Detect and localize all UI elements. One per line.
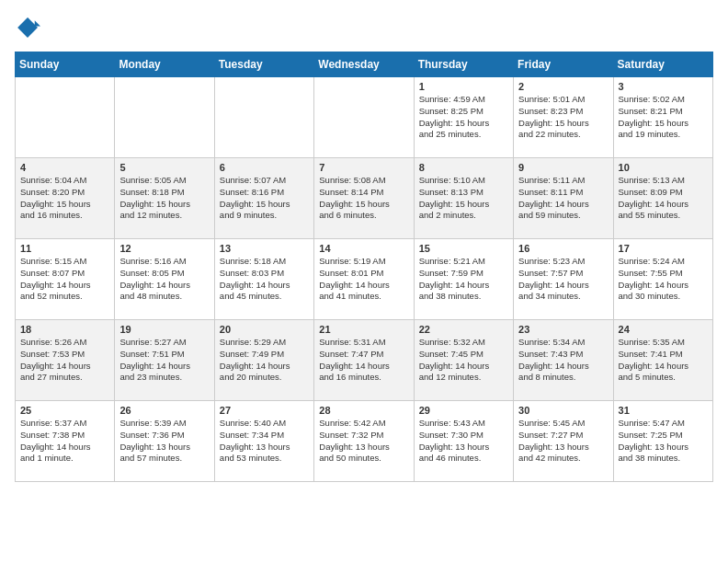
day-info: Sunrise: 5:08 AM Sunset: 8:14 PM Dayligh…: [319, 175, 408, 222]
calendar-cell: 9Sunrise: 5:11 AM Sunset: 8:11 PM Daylig…: [514, 158, 613, 239]
day-number: 31: [619, 405, 708, 416]
day-number: 3: [619, 81, 708, 92]
calendar-cell: 1Sunrise: 4:59 AM Sunset: 8:25 PM Daylig…: [414, 77, 513, 158]
day-info: Sunrise: 5:07 AM Sunset: 8:16 PM Dayligh…: [220, 175, 309, 222]
day-info: Sunrise: 5:05 AM Sunset: 8:18 PM Dayligh…: [119, 175, 209, 222]
column-header-wednesday: Wednesday: [314, 52, 414, 77]
day-info: Sunrise: 5:02 AM Sunset: 8:21 PM Dayligh…: [619, 94, 708, 141]
day-info: Sunrise: 5:13 AM Sunset: 8:09 PM Dayligh…: [619, 175, 708, 222]
calendar-cell: [314, 77, 414, 158]
day-number: 21: [319, 324, 408, 335]
day-info: Sunrise: 5:29 AM Sunset: 7:49 PM Dayligh…: [220, 337, 309, 384]
calendar-cell: 6Sunrise: 5:07 AM Sunset: 8:16 PM Daylig…: [214, 158, 313, 239]
week-row-1: 1Sunrise: 4:59 AM Sunset: 8:25 PM Daylig…: [16, 77, 713, 158]
day-number: 25: [20, 405, 109, 416]
day-number: 9: [518, 162, 608, 173]
day-info: Sunrise: 5:27 AM Sunset: 7:51 PM Dayligh…: [119, 337, 209, 384]
page-container: SundayMondayTuesdayWednesdayThursdayFrid…: [15, 15, 713, 482]
calendar-cell: 17Sunrise: 5:24 AM Sunset: 7:55 PM Dayli…: [613, 239, 712, 320]
day-info: Sunrise: 5:19 AM Sunset: 8:01 PM Dayligh…: [319, 256, 408, 303]
day-info: Sunrise: 5:35 AM Sunset: 7:41 PM Dayligh…: [619, 337, 708, 384]
day-info: Sunrise: 5:26 AM Sunset: 7:53 PM Dayligh…: [20, 337, 109, 384]
calendar-cell: 21Sunrise: 5:31 AM Sunset: 7:47 PM Dayli…: [314, 320, 414, 401]
calendar-cell: 3Sunrise: 5:02 AM Sunset: 8:21 PM Daylig…: [613, 77, 712, 158]
day-info: Sunrise: 5:31 AM Sunset: 7:47 PM Dayligh…: [319, 337, 408, 384]
calendar-cell: 30Sunrise: 5:45 AM Sunset: 7:27 PM Dayli…: [514, 401, 613, 482]
day-number: 29: [419, 405, 508, 416]
calendar-cell: 4Sunrise: 5:04 AM Sunset: 8:20 PM Daylig…: [16, 158, 115, 239]
column-header-tuesday: Tuesday: [214, 52, 313, 77]
day-info: Sunrise: 5:11 AM Sunset: 8:11 PM Dayligh…: [518, 175, 608, 222]
day-number: 6: [220, 162, 309, 173]
day-info: Sunrise: 5:10 AM Sunset: 8:13 PM Dayligh…: [419, 175, 508, 222]
day-number: 28: [319, 405, 408, 416]
page-header: [15, 15, 713, 40]
week-row-2: 4Sunrise: 5:04 AM Sunset: 8:20 PM Daylig…: [16, 158, 713, 239]
day-number: 30: [518, 405, 608, 416]
calendar-cell: 31Sunrise: 5:47 AM Sunset: 7:25 PM Dayli…: [613, 401, 712, 482]
day-number: 17: [619, 243, 708, 254]
day-info: Sunrise: 5:45 AM Sunset: 7:27 PM Dayligh…: [518, 418, 608, 465]
column-header-saturday: Saturday: [613, 52, 712, 77]
day-info: Sunrise: 5:47 AM Sunset: 7:25 PM Dayligh…: [619, 418, 708, 465]
calendar-cell: [214, 77, 313, 158]
week-row-5: 25Sunrise: 5:37 AM Sunset: 7:38 PM Dayli…: [16, 401, 713, 482]
calendar-cell: 5Sunrise: 5:05 AM Sunset: 8:18 PM Daylig…: [115, 158, 214, 239]
calendar-cell: 27Sunrise: 5:40 AM Sunset: 7:34 PM Dayli…: [214, 401, 313, 482]
calendar-cell: 12Sunrise: 5:16 AM Sunset: 8:05 PM Dayli…: [115, 239, 214, 320]
day-info: Sunrise: 5:01 AM Sunset: 8:23 PM Dayligh…: [518, 94, 608, 141]
day-number: 10: [619, 162, 708, 173]
calendar-cell: 28Sunrise: 5:42 AM Sunset: 7:32 PM Dayli…: [314, 401, 414, 482]
day-number: 20: [220, 324, 309, 335]
calendar-cell: 20Sunrise: 5:29 AM Sunset: 7:49 PM Dayli…: [214, 320, 313, 401]
calendar-cell: 16Sunrise: 5:23 AM Sunset: 7:57 PM Dayli…: [514, 239, 613, 320]
day-info: Sunrise: 5:37 AM Sunset: 7:38 PM Dayligh…: [20, 418, 109, 465]
column-header-monday: Monday: [115, 52, 214, 77]
svg-marker-2: [35, 20, 40, 26]
calendar-cell: 18Sunrise: 5:26 AM Sunset: 7:53 PM Dayli…: [16, 320, 115, 401]
calendar-cell: 14Sunrise: 5:19 AM Sunset: 8:01 PM Dayli…: [314, 239, 414, 320]
day-number: 2: [518, 81, 608, 92]
day-number: 19: [119, 324, 209, 335]
day-info: Sunrise: 5:23 AM Sunset: 7:57 PM Dayligh…: [518, 256, 608, 303]
day-info: Sunrise: 5:21 AM Sunset: 7:59 PM Dayligh…: [419, 256, 508, 303]
calendar-cell: 7Sunrise: 5:08 AM Sunset: 8:14 PM Daylig…: [314, 158, 414, 239]
day-info: Sunrise: 5:34 AM Sunset: 7:43 PM Dayligh…: [518, 337, 608, 384]
calendar-cell: 10Sunrise: 5:13 AM Sunset: 8:09 PM Dayli…: [613, 158, 712, 239]
day-number: 14: [319, 243, 408, 254]
column-header-thursday: Thursday: [414, 52, 513, 77]
calendar-cell: 22Sunrise: 5:32 AM Sunset: 7:45 PM Dayli…: [414, 320, 513, 401]
day-number: 13: [220, 243, 309, 254]
day-number: 8: [419, 162, 508, 173]
day-number: 4: [20, 162, 109, 173]
day-number: 24: [619, 324, 708, 335]
header-row: SundayMondayTuesdayWednesdayThursdayFrid…: [16, 52, 713, 77]
day-info: Sunrise: 5:39 AM Sunset: 7:36 PM Dayligh…: [119, 418, 209, 465]
column-header-sunday: Sunday: [16, 52, 115, 77]
day-number: 22: [419, 324, 508, 335]
day-number: 7: [319, 162, 408, 173]
week-row-3: 11Sunrise: 5:15 AM Sunset: 8:07 PM Dayli…: [16, 239, 713, 320]
day-number: 23: [518, 324, 608, 335]
calendar-cell: 25Sunrise: 5:37 AM Sunset: 7:38 PM Dayli…: [16, 401, 115, 482]
day-info: Sunrise: 5:18 AM Sunset: 8:03 PM Dayligh…: [220, 256, 309, 303]
calendar-cell: [115, 77, 214, 158]
logo: [15, 15, 44, 40]
day-info: Sunrise: 5:42 AM Sunset: 7:32 PM Dayligh…: [319, 418, 408, 465]
day-number: 16: [518, 243, 608, 254]
day-info: Sunrise: 5:40 AM Sunset: 7:34 PM Dayligh…: [220, 418, 309, 465]
day-number: 27: [220, 405, 309, 416]
day-info: Sunrise: 5:24 AM Sunset: 7:55 PM Dayligh…: [619, 256, 708, 303]
calendar-cell: 8Sunrise: 5:10 AM Sunset: 8:13 PM Daylig…: [414, 158, 513, 239]
week-row-4: 18Sunrise: 5:26 AM Sunset: 7:53 PM Dayli…: [16, 320, 713, 401]
calendar-cell: 26Sunrise: 5:39 AM Sunset: 7:36 PM Dayli…: [115, 401, 214, 482]
calendar-cell: 19Sunrise: 5:27 AM Sunset: 7:51 PM Dayli…: [115, 320, 214, 401]
calendar-cell: [16, 77, 115, 158]
day-info: Sunrise: 4:59 AM Sunset: 8:25 PM Dayligh…: [419, 94, 508, 141]
day-number: 12: [119, 243, 209, 254]
calendar-cell: 29Sunrise: 5:43 AM Sunset: 7:30 PM Dayli…: [414, 401, 513, 482]
day-info: Sunrise: 5:43 AM Sunset: 7:30 PM Dayligh…: [419, 418, 508, 465]
calendar-table: SundayMondayTuesdayWednesdayThursdayFrid…: [15, 52, 713, 482]
day-info: Sunrise: 5:04 AM Sunset: 8:20 PM Dayligh…: [20, 175, 109, 222]
logo-icon: [15, 15, 40, 40]
